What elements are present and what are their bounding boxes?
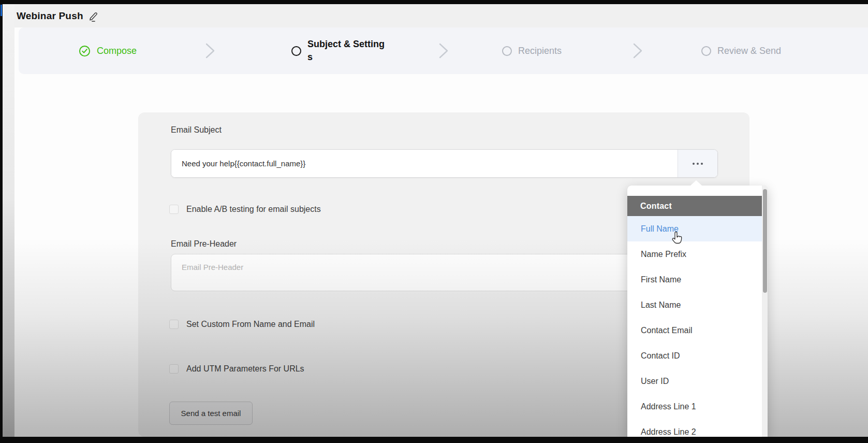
email-subject-group — [171, 149, 718, 178]
chevron-right-icon — [437, 27, 450, 74]
merge-tag-item[interactable]: Full Name — [627, 216, 762, 241]
ellipsis-icon — [693, 163, 703, 165]
merge-tag-item-label: Address Line 1 — [641, 402, 696, 411]
step-circle-icon — [701, 46, 711, 56]
utm-params-checkbox[interactable] — [169, 364, 179, 374]
merge-tags-button[interactable] — [678, 150, 717, 177]
page-header: Webinar Push — [14, 4, 868, 27]
merge-tag-item-label: User ID — [641, 377, 669, 386]
merge-tag-item[interactable]: Address Line 1 — [627, 394, 762, 419]
chevron-right-icon — [631, 27, 644, 74]
ab-testing-checkbox[interactable] — [169, 205, 179, 214]
ab-testing-row: Enable A/B testing for email subjects — [169, 205, 321, 214]
merge-tag-item-label: Last Name — [641, 301, 681, 310]
email-subject-label: Email Subject — [171, 125, 222, 135]
chevron-right-icon — [204, 27, 216, 74]
page-title: Webinar Push — [17, 10, 83, 22]
step-recipients[interactable]: Recipients — [502, 27, 562, 74]
pencil-icon[interactable] — [88, 11, 98, 22]
custom-from-row: Set Custom From Name and Email — [169, 320, 315, 329]
step-circle-icon — [502, 46, 512, 56]
merge-tag-item[interactable]: Contact Email — [627, 318, 762, 343]
step-review-send[interactable]: Review & Send — [701, 27, 781, 74]
custom-from-checkbox[interactable] — [169, 320, 179, 329]
custom-from-label: Set Custom From Name and Email — [186, 320, 315, 329]
video-frame: Webinar Push Compose — [0, 0, 868, 443]
preheader-label: Email Pre-Header — [171, 239, 237, 249]
step-label: Subject & Settings — [307, 38, 387, 64]
step-label: Review & Send — [717, 46, 781, 56]
merge-tag-list: Contact Full Name Name Prefix First Name… — [627, 185, 762, 437]
step-label: Recipients — [518, 46, 562, 56]
step-progress-bar: Compose Subject & Settings Recipients — [19, 27, 868, 74]
main-area: Webinar Push Compose — [14, 4, 868, 437]
merge-tag-item-label: Contact ID — [641, 351, 680, 361]
merge-tag-item-label: Name Prefix — [641, 250, 686, 259]
merge-tag-item-label: First Name — [641, 275, 681, 284]
merge-tag-item[interactable]: Name Prefix — [627, 241, 762, 267]
check-circle-icon — [79, 45, 91, 57]
merge-tag-item[interactable]: Contact ID — [627, 343, 762, 368]
merge-tag-item[interactable]: Address Line 2 — [627, 419, 762, 437]
merge-tag-item-label: Address Line 2 — [641, 427, 696, 437]
step-label: Compose — [97, 46, 137, 56]
merge-tag-item-label: Full Name — [641, 224, 679, 234]
dropdown-scrollbar-track — [762, 185, 768, 437]
step-subject-settings[interactable]: Subject & Settings — [291, 27, 387, 74]
merge-tag-item[interactable]: First Name — [627, 267, 762, 292]
send-test-email-button[interactable]: Send a test email — [169, 402, 253, 425]
merge-tag-item[interactable]: Last Name — [627, 292, 762, 318]
ab-testing-label: Enable A/B testing for email subjects — [186, 205, 321, 214]
merge-tag-group-header: Contact — [627, 196, 762, 216]
dropdown-scrollbar-thumb[interactable] — [763, 189, 767, 293]
dropdown-caret — [690, 180, 702, 185]
merge-tag-item-label: Contact Email — [641, 326, 693, 335]
utm-params-label: Add UTM Parameters For URLs — [186, 364, 304, 374]
merge-tag-dropdown: Contact Full Name Name Prefix First Name… — [627, 185, 768, 437]
merge-tag-item[interactable]: User ID — [627, 368, 762, 394]
email-subject-input[interactable] — [171, 150, 678, 177]
step-compose[interactable]: Compose — [79, 27, 137, 74]
left-edge-panel — [3, 4, 14, 437]
step-circle-icon — [291, 46, 301, 56]
utm-params-row: Add UTM Parameters For URLs — [169, 364, 304, 374]
left-accent-bar — [1, 5, 2, 16]
